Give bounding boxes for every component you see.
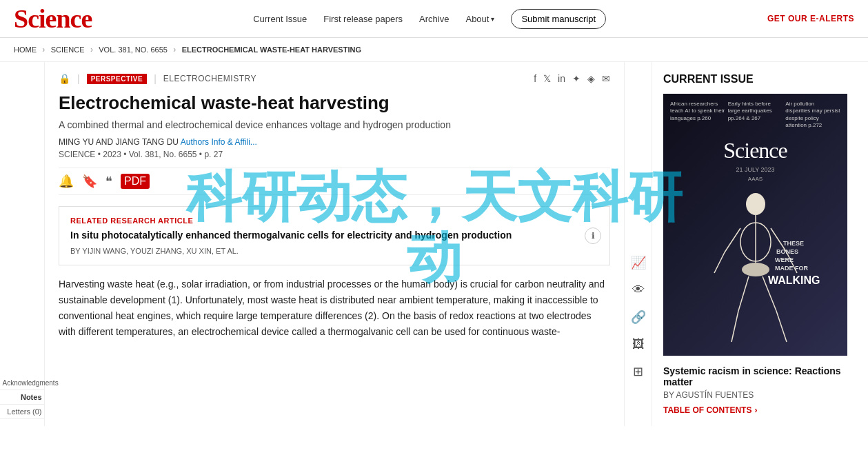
related-info-icon[interactable]: ℹ: [585, 228, 601, 244]
left-sidebar: Acknowledgments Notes Letters (0): [0, 62, 45, 426]
svg-line-8: [738, 276, 749, 311]
notification-icon[interactable]: 🔔: [59, 174, 74, 189]
racism-article-author: BY AGUSTÍN FUENTES: [663, 390, 847, 400]
sidebar-notes[interactable]: Notes: [0, 390, 45, 405]
arrow-right-icon: ›: [754, 405, 757, 415]
bookmark-icon[interactable]: 🔖: [82, 174, 97, 189]
cover-top-labels: African researchers teach AI to speak th…: [670, 101, 840, 130]
citation-icon[interactable]: ❝: [105, 174, 112, 189]
social-icons: f 𝕏 in ✦ ◈ ✉: [534, 73, 610, 84]
wechat-icon[interactable]: ◈: [587, 73, 595, 84]
pdf-icon[interactable]: PDF: [121, 174, 150, 189]
cover-date: 21 JULY 2023: [670, 166, 840, 173]
svg-text:BONES: BONES: [776, 248, 798, 255]
nav-about[interactable]: About ▾: [465, 14, 494, 24]
lock-icon: 🔒: [59, 73, 70, 84]
authors-info-link[interactable]: Authors Info & Affili...: [181, 137, 257, 147]
main-content: Acknowledgments Notes Letters (0) 🔒 | PE…: [0, 62, 868, 426]
breadcrumb: HOME › SCIENCE › VOL. 381, NO. 6655 › EL…: [0, 38, 868, 62]
cover-label-3: Air pollution disparities may persist de…: [785, 101, 840, 130]
related-article-authors: BY YIJIN WANG, YOUZI ZHANG, XU XIN, ET A…: [70, 247, 598, 255]
right-sidebar: CURRENT ISSUE African researchers teach …: [652, 62, 858, 426]
facebook-icon[interactable]: f: [534, 73, 536, 84]
trend-icon[interactable]: 📈: [631, 255, 646, 270]
cover-aaas: AAAS: [670, 176, 840, 182]
cover-label-1: African researchers teach AI to speak th…: [670, 101, 725, 130]
svg-point-0: [746, 193, 765, 215]
svg-line-4: [725, 228, 740, 252]
article-body-text: Harvesting waste heat (e.g., solar irrad…: [59, 276, 610, 340]
nav-first-release[interactable]: First release papers: [323, 14, 403, 24]
table-icon[interactable]: ⊞: [633, 364, 643, 379]
article-journal-info: SCIENCE • 2023 • Vol. 381, No. 6655 • p.…: [59, 150, 610, 159]
article-category: ELECTROCHEMISTRY: [163, 74, 256, 83]
main-nav: Current Issue First release papers Archi…: [253, 9, 606, 29]
magazine-cover[interactable]: African researchers teach AI to speak th…: [663, 94, 847, 356]
eye-icon[interactable]: 👁: [632, 283, 645, 297]
chevron-down-icon: ▾: [491, 15, 494, 23]
article-subtitle: A combined thermal and electrochemical d…: [59, 119, 610, 130]
breadcrumb-science[interactable]: SCIENCE: [51, 46, 85, 54]
breadcrumb-home[interactable]: HOME: [14, 46, 37, 54]
svg-line-9: [731, 311, 738, 342]
sidebar-acknowledgments[interactable]: Acknowledgments: [0, 376, 45, 390]
nav-current-issue[interactable]: Current Issue: [253, 14, 307, 24]
cover-skeleton-illustration: THESE BONES WERE MADE FOR WALKING: [670, 188, 840, 349]
table-of-contents-link[interactable]: TABLE OF CONTENTS ›: [663, 405, 847, 415]
svg-point-3: [742, 263, 769, 276]
twitter-icon[interactable]: 𝕏: [543, 73, 551, 84]
reddit-icon[interactable]: ✦: [572, 73, 581, 84]
breadcrumb-sep3: ›: [173, 45, 176, 54]
cover-science-logo: Science: [670, 138, 840, 163]
current-issue-heading: CURRENT ISSUE: [663, 73, 847, 85]
article-meta: 🔒 | PERSPECTIVE | ELECTROCHEMISTRY f 𝕏 i…: [59, 73, 610, 84]
submit-manuscript-button[interactable]: Submit manuscript: [511, 9, 606, 29]
breadcrumb-volume[interactable]: VOL. 381, NO. 6655: [99, 46, 168, 54]
article-action-bar: 🔔 🔖 ❝ PDF: [59, 168, 610, 195]
related-article-title[interactable]: In situ photocatalytically enhanced ther…: [70, 229, 598, 243]
article-authors: MING YU AND JIANG TANG DU Authors Info &…: [59, 137, 610, 147]
svg-text:THESE: THESE: [783, 240, 804, 247]
related-article-box: RELATED RESEARCH ARTICLE In situ photoca…: [59, 206, 610, 265]
article-title: Electrochemical waste-heat harvesting: [59, 92, 610, 114]
alerts-link[interactable]: GET OUR E-ALERTS: [767, 14, 854, 23]
breadcrumb-sep1: ›: [42, 45, 45, 54]
svg-text:WALKING: WALKING: [768, 274, 820, 286]
related-article-label: RELATED RESEARCH ARTICLE: [70, 216, 598, 225]
svg-line-5: [714, 252, 725, 273]
svg-line-11: [776, 311, 787, 342]
cover-label-2: Early hints before large earthquakes pp.…: [728, 101, 783, 130]
breadcrumb-article: ELECTROCHEMICAL WASTE-HEAT HARVESTING: [182, 46, 361, 54]
image-icon[interactable]: 🖼: [632, 337, 645, 352]
breadcrumb-sep2: ›: [90, 45, 93, 54]
link-icon[interactable]: 🔗: [631, 310, 646, 325]
email-icon[interactable]: ✉: [602, 73, 610, 84]
nav-archive[interactable]: Archive: [419, 14, 449, 24]
racism-article-title[interactable]: Systemic racism in science: Reactions ma…: [663, 365, 847, 387]
article-badge: PERSPECTIVE: [87, 74, 148, 84]
svg-text:MADE FOR: MADE FOR: [775, 265, 808, 272]
site-logo[interactable]: Science: [14, 3, 92, 34]
article-content: 🔒 | PERSPECTIVE | ELECTROCHEMISTRY f 𝕏 i…: [45, 62, 624, 426]
linkedin-icon[interactable]: in: [558, 73, 565, 84]
sidebar-letters[interactable]: Letters (0): [0, 405, 45, 419]
svg-text:WERE: WERE: [775, 256, 794, 263]
article-right-actions: 📈 👁 🔗 🖼 ⊞: [624, 62, 652, 426]
